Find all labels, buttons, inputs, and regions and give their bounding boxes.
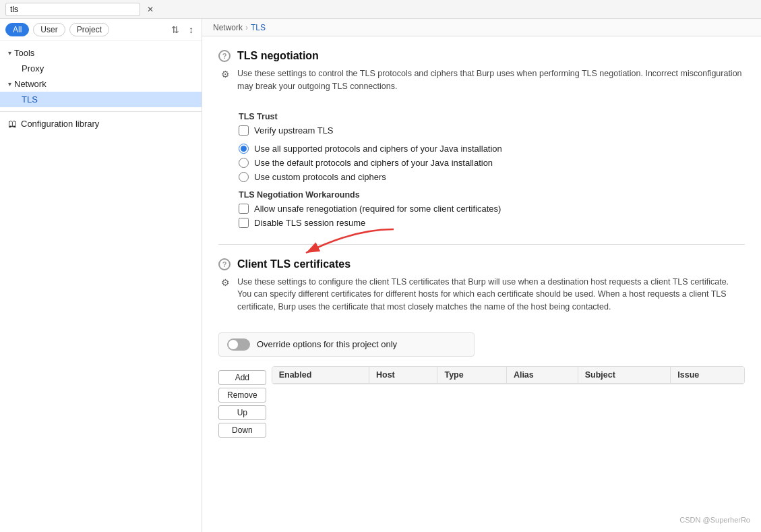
client-tls-title-row: ? Client TLS certificates: [218, 258, 745, 270]
sidebar-section-network[interactable]: ▾ Network: [0, 76, 202, 92]
table-header-row: Enabled Host Type Alias Subject Issue: [272, 367, 744, 384]
tls-trust-checkboxes: Verify upstream TLS: [239, 125, 745, 136]
radio-all-protocols[interactable]: Use all supported protocols and ciphers …: [239, 144, 745, 154]
tab-all[interactable]: All: [5, 23, 29, 36]
client-tls-title: Client TLS certificates: [237, 258, 351, 270]
sidebar-item-proxy[interactable]: Proxy: [0, 61, 202, 76]
radio-default-protocols-label: Use the default protocols and ciphers of…: [254, 158, 493, 168]
radio-custom-protocols-label: Use custom protocols and ciphers: [254, 172, 386, 182]
sidebar-item-tls[interactable]: TLS: [0, 92, 202, 107]
certificates-table-container: Enabled Host Type Alias Subject Issue: [272, 366, 745, 384]
main-layout: All User Project ⇅ ↕ ▾ Tools Proxy ▾ Net…: [0, 19, 761, 532]
table-layout: Add Remove Up Down Enabled Host Type: [218, 366, 745, 442]
tab-project[interactable]: Project: [69, 23, 109, 36]
tls-negotiation-desc: Use these settings to control the TLS pr…: [237, 67, 745, 93]
filter-icon[interactable]: ↕: [186, 23, 196, 36]
radio-all-protocols-label: Use all supported protocols and ciphers …: [254, 144, 502, 154]
tls-negotiation-gear-icon: ⚙: [218, 67, 232, 81]
clear-search-button[interactable]: ✕: [144, 5, 156, 14]
disable-tls-session-item[interactable]: Disable TLS session resume: [239, 218, 745, 228]
tls-negotiation-help-icon[interactable]: ?: [218, 50, 231, 62]
col-alias: Alias: [506, 367, 578, 384]
radio-custom-protocols-input[interactable]: [239, 172, 249, 182]
unsafe-renegotiation-checkbox[interactable]: [239, 204, 249, 214]
tls-negotiation-desc-row: ⚙ Use these settings to control the TLS …: [218, 67, 745, 102]
down-button[interactable]: Down: [218, 423, 266, 438]
chevron-tools-icon: ▾: [8, 49, 11, 57]
verify-upstream-checkbox-item[interactable]: Verify upstream TLS: [239, 125, 745, 136]
tls-trust-label: TLS Trust: [239, 112, 745, 121]
col-enabled: Enabled: [272, 367, 369, 384]
table-buttons: Add Remove Up Down: [218, 366, 272, 442]
col-subject: Subject: [578, 367, 671, 384]
sort-icon[interactable]: ⇅: [169, 23, 182, 36]
sidebar-section-tools[interactable]: ▾ Tools: [0, 45, 202, 61]
radio-default-protocols[interactable]: Use the default protocols and ciphers of…: [239, 158, 745, 168]
network-section-label: Network: [14, 79, 47, 89]
override-toggle-row: Override options for this project only: [218, 332, 475, 357]
breadcrumb-separator: ›: [245, 23, 248, 32]
verify-upstream-checkbox[interactable]: [239, 125, 249, 136]
workarounds-checkboxes: Allow unsafe renegotiation (required for…: [239, 204, 745, 228]
breadcrumb-parent: Network: [213, 23, 243, 32]
sidebar-divider: [0, 111, 202, 112]
unsafe-renegotiation-item[interactable]: Allow unsafe renegotiation (required for…: [239, 204, 745, 214]
chevron-network-icon: ▾: [8, 80, 11, 88]
col-type: Type: [437, 367, 506, 384]
client-tls-gear-icon: ⚙: [218, 276, 232, 289]
workarounds-label: TLS Negotiation Workarounds: [239, 190, 745, 200]
tls-negotiation-title: TLS negotiation: [237, 50, 319, 62]
certificates-table: Enabled Host Type Alias Subject Issue: [272, 367, 744, 384]
tab-user[interactable]: User: [33, 23, 65, 36]
config-library-label: Configuration library: [21, 119, 99, 129]
sidebar-toolbar: All User Project ⇅ ↕: [0, 19, 202, 41]
radio-default-protocols-input[interactable]: [239, 158, 249, 168]
content-area: Network › TLS ? TLS negotiation ⚙ Use th…: [202, 19, 761, 532]
sidebar: All User Project ⇅ ↕ ▾ Tools Proxy ▾ Net…: [0, 19, 202, 532]
top-search-bar: ✕: [0, 0, 761, 19]
disable-tls-session-label: Disable TLS session resume: [254, 218, 365, 228]
breadcrumb-current: TLS: [251, 23, 266, 32]
unsafe-renegotiation-label: Allow unsafe renegotiation (required for…: [254, 204, 501, 214]
toggle-slider: [227, 338, 250, 351]
tls-negotiation-title-row: ? TLS negotiation: [218, 50, 745, 62]
override-toggle[interactable]: [227, 338, 250, 351]
client-tls-section: ? Client TLS certificates ⚙ Use these se…: [218, 258, 745, 442]
sidebar-tree: ▾ Tools Proxy ▾ Network TLS 🕮 Configurat…: [0, 41, 202, 532]
search-input[interactable]: [5, 3, 140, 16]
disable-tls-session-checkbox[interactable]: [239, 218, 249, 228]
content-scroll: ? TLS negotiation ⚙ Use these settings t…: [202, 36, 761, 532]
client-tls-help-icon[interactable]: ?: [218, 258, 231, 270]
tls-negotiation-section: ? TLS negotiation ⚙ Use these settings t…: [218, 50, 745, 228]
tools-section-label: Tools: [14, 48, 34, 58]
sidebar-config-library[interactable]: 🕮 Configuration library: [0, 116, 202, 131]
tls-protocol-radio-group: Use all supported protocols and ciphers …: [239, 144, 745, 182]
add-button[interactable]: Add: [218, 370, 266, 385]
col-issue: Issue: [671, 367, 744, 384]
verify-upstream-label: Verify upstream TLS: [254, 125, 334, 136]
up-button[interactable]: Up: [218, 405, 266, 420]
breadcrumb: Network › TLS: [202, 19, 761, 36]
col-host: Host: [369, 367, 437, 384]
remove-button[interactable]: Remove: [218, 388, 266, 403]
client-tls-desc: Use these settings to configure the clie…: [237, 276, 745, 314]
client-tls-desc-row: ⚙ Use these settings to configure the cl…: [218, 276, 745, 323]
watermark: CSDN @SuperherRo: [679, 516, 750, 524]
section-divider: [218, 244, 745, 245]
book-icon: 🕮: [8, 119, 17, 129]
radio-all-protocols-input[interactable]: [239, 144, 249, 154]
radio-custom-protocols[interactable]: Use custom protocols and ciphers: [239, 172, 745, 182]
override-toggle-label: Override options for this project only: [257, 339, 397, 349]
